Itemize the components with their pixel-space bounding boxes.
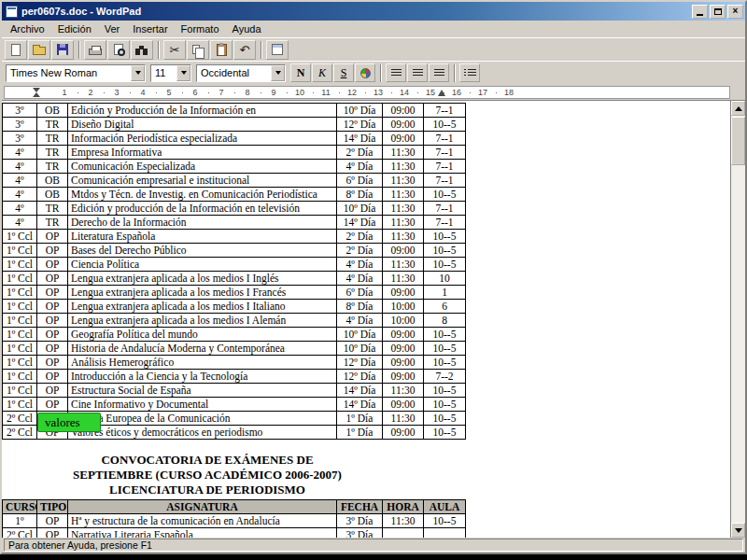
paste-button[interactable] [210,40,233,60]
cell-fecha: 4º Día [337,272,383,286]
exam-table-september: CURSO TIPO ASIGNATURA FECHA HORA AULA 1º [2,499,466,538]
cell-curso: 1º Ccl [3,286,37,300]
menu-insertar[interactable]: Insertar [126,21,174,36]
ruler-number: 5 [156,87,182,98]
cell-aula: 7--1 [424,160,466,174]
ruler-number: 1 [51,87,78,98]
cell-tipo: TR [37,118,68,132]
open-folder-icon [33,47,46,55]
cell-asignatura: Lengua extranjera aplicada a los medios … [68,272,337,286]
table-row: 1º Ccl OP Lengua extranjera aplicada a l… [3,314,466,328]
cell-asignatura: Mtdos y Técn. de Investig. en Comunicaci… [68,188,337,202]
undo-button[interactable]: ↶ [233,40,256,60]
cell-asignatura: Derecho de la Información [68,216,337,230]
bullets-button[interactable] [459,63,480,82]
cell-curso: 2º Ccl [3,426,37,440]
table-row: 3º TR Diseño Digital 12º Día 09:00 10--5 [3,118,466,132]
open-button[interactable] [28,40,50,60]
cell-aula: 10--5 [424,230,466,244]
save-button[interactable] [51,40,74,60]
cell-fecha: 6º Día [337,174,383,188]
cell-asignatura: Información Periodística especializada [68,132,337,146]
align-left-button[interactable] [386,63,406,82]
cell-fecha: 10º Día [337,202,383,216]
menu-archivo[interactable]: Archivo [4,21,51,36]
menu-ayuda[interactable]: Ayuda [226,21,268,36]
scroll-down-button[interactable] [731,523,745,538]
cell-asignatura: Hª y estructura de la comunicación en An… [68,514,337,528]
cell-fecha: 12º Día [337,356,383,370]
scrollbar-thumb[interactable] [731,117,745,165]
scroll-up-button[interactable] [731,101,745,116]
ruler-strip[interactable]: 123456789101112131415161718 [4,86,730,99]
align-right-button[interactable] [429,63,449,82]
table-row: 1º Ccl OP Introducción a la Ciencia y la… [3,370,466,384]
underline-button[interactable]: S [333,63,354,82]
maximize-button[interactable] [710,5,726,19]
vertical-scrollbar[interactable] [730,101,745,538]
italic-button[interactable]: K [312,63,332,82]
ruler-number: 18 [496,87,522,98]
find-button[interactable] [131,40,153,60]
print-preview-button[interactable] [107,40,130,60]
cell-fecha: 8º Día [337,300,383,314]
menu-ver[interactable]: Ver [98,21,127,36]
minimize-button[interactable] [692,5,708,19]
cell-aula: 1 [424,286,466,300]
table-row: 2º Ccl OP Narrativa Literaria Española 3… [3,528,466,539]
copy-button[interactable] [187,40,209,60]
print-button[interactable] [84,40,106,60]
chevron-down-icon[interactable] [271,65,285,81]
cell-aula: 10--5 [424,258,466,272]
cell-hora: 11:30 [383,216,424,230]
right-indent-marker[interactable] [438,90,445,96]
cell-hora: 11:30 [383,258,424,272]
align-center-button[interactable] [407,63,428,82]
chevron-down-icon[interactable] [131,65,145,81]
header-tipo: TIPO [37,500,68,514]
cell-aula: 7--1 [424,202,466,216]
cell-asignatura: Cultura Europea de la Comunicación [68,412,337,426]
cell-aula: 7--1 [424,104,466,118]
cell-asignatura: Diseño Digital [68,118,337,132]
cell-aula: 7--1 [424,132,466,146]
ruler-number: 3 [104,87,130,98]
cell-tipo: OP [37,272,68,286]
title-bar[interactable]: per0607s.doc - WordPad × [2,2,745,21]
menu-edicion[interactable]: Edición [51,21,98,36]
new-document-icon [11,44,21,56]
document-area: 3º OB Edición y Producción de la Informa… [2,100,745,538]
font-size-combo[interactable]: 11 [150,64,191,82]
cell-aula: 10--5 [424,426,466,440]
left-indent-marker[interactable] [33,92,40,97]
document-page[interactable]: 3º OB Edición y Producción de la Informa… [2,101,730,538]
ruler-number: 8 [234,87,261,98]
cell-tipo: OP [37,384,68,398]
ruler-number: 10 [287,87,313,98]
table-row: 1º Ccl OP Historia de Andalucía Moderna … [3,342,466,356]
cell-tipo: TR [37,160,68,174]
cell-asignatura: Edición y producción de la Información e… [68,202,337,216]
script-combo[interactable]: Occidental [196,64,286,82]
ruler-number: 6 [182,87,208,98]
heading-line-1: CONVOCATORIA DE EXÁMENES DE [2,453,413,468]
cell-tipo: OP [37,342,68,356]
arrow-up-icon [735,106,742,111]
menu-formato[interactable]: Formato [175,21,226,36]
screen: per0607s.doc - WordPad × Archivo Edición… [0,0,747,560]
cell-aula: 7--1 [424,216,466,230]
table-row: 1º Ccl OP Cine Informativo y Documental … [3,398,466,412]
close-button[interactable]: × [727,5,743,19]
font-color-button[interactable] [355,63,375,82]
maximize-icon [714,8,722,15]
new-button[interactable] [5,40,27,60]
date-time-button[interactable] [266,40,289,60]
bold-button[interactable]: N [290,63,311,82]
cell-curso: 1º [3,514,37,528]
cut-button[interactable]: ✂ [163,40,186,60]
chevron-down-icon[interactable] [176,65,190,81]
font-family-combo[interactable]: Times New Roman [6,64,146,82]
cell-tipo: OP [37,230,68,244]
cell-fecha: 3º Día [337,528,383,539]
cell-asignatura: Ciencia Política [68,258,337,272]
